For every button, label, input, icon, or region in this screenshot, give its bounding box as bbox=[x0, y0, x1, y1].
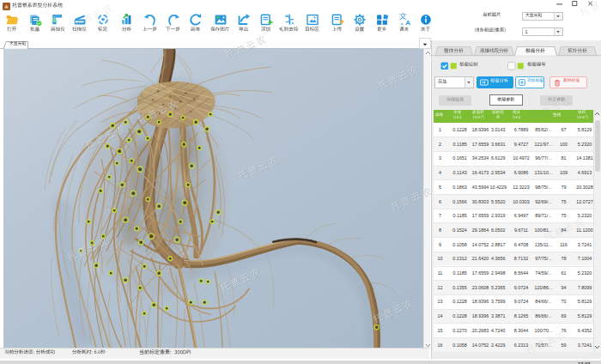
svg-text:A: A bbox=[405, 18, 410, 26]
